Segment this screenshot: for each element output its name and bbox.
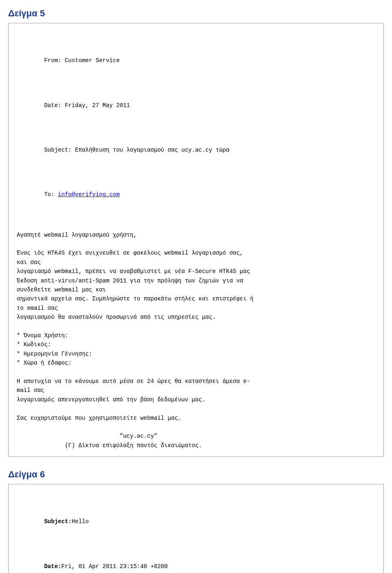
subject-label-6: Subject: [44, 518, 71, 525]
date-label: Date: Friday, 27 May 2011 [44, 102, 130, 109]
date-line: Date: Friday, 27 May 2011 [17, 92, 375, 119]
section-6: Δείγμα 6 Subject:Hello Date:Fri, 01 Apr … [8, 469, 384, 573]
section-6-title: Δείγμα 6 [8, 469, 384, 480]
from-line: From: Customer Service [17, 47, 375, 74]
email-body-5: Αγαπητέ webmail λογαριασμού χρήστη, Ένας… [17, 231, 375, 450]
from-label: From: Customer Service [44, 57, 120, 64]
subject-value-6: Hello [71, 518, 89, 525]
date-line-6: Date:Fri, 01 Apr 2011 23:15:48 +0200 [17, 553, 375, 573]
email-box-5: From: Customer Service Date: Friday, 27 … [8, 23, 384, 457]
to-line: To: info@verifying.com [17, 181, 375, 208]
subject-label: Subject: Επαλήθευση του λογαριασμού σας … [44, 147, 229, 153]
section-5-title: Δείγμα 5 [8, 8, 384, 19]
to-label: To: [44, 191, 58, 198]
email-box-6: Subject:Hello Date:Fri, 01 Apr 2011 23:1… [8, 484, 384, 573]
section-5: Δείγμα 5 From: Customer Service Date: Fr… [8, 8, 384, 457]
subject-line: Subject: Επαλήθευση του λογαριασμού σας … [17, 136, 375, 163]
email-header-6: Subject:Hello Date:Fri, 01 Apr 2011 23:1… [17, 491, 375, 573]
date-value-6: Fri, 01 Apr 2011 23:15:48 +0200 [61, 563, 167, 570]
email-header-5: From: Customer Service Date: Friday, 27 … [17, 30, 375, 226]
subject-line-6: Subject:Hello [17, 508, 375, 535]
date-label-6: Date: [44, 563, 61, 570]
to-email-link[interactable]: info@verifying.com [58, 191, 120, 198]
